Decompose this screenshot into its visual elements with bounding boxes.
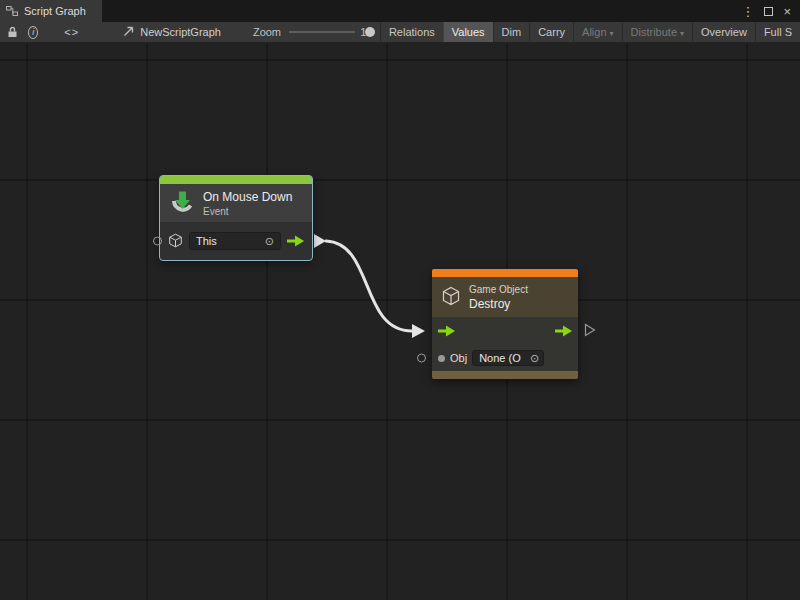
carry-button[interactable]: Carry: [529, 22, 573, 43]
chevron-down-icon: ▾: [680, 29, 684, 38]
connection-wire[interactable]: [0, 43, 800, 600]
values-button[interactable]: Values: [443, 22, 493, 43]
graph-toolbar: i <> NewScriptGraph Zoom 1x Relations Va…: [0, 22, 800, 43]
target-input-port[interactable]: [153, 237, 162, 246]
zoom-slider[interactable]: [289, 26, 355, 38]
obj-field-value: None (O: [479, 352, 521, 364]
relations-button[interactable]: Relations: [380, 22, 443, 43]
obj-field[interactable]: None (O ⊙: [472, 350, 544, 366]
window-menu-icon[interactable]: ⋮: [741, 5, 754, 18]
node-body: This ⊙: [160, 222, 312, 260]
chevron-down-icon: ▾: [610, 29, 614, 38]
node-header: Game Object Destroy: [432, 277, 578, 317]
obj-label: Obj: [450, 352, 467, 364]
maximize-icon[interactable]: [764, 7, 773, 16]
flow-input-port[interactable]: [438, 325, 455, 337]
zoom-label: Zoom: [253, 26, 281, 38]
graph-breadcrumb[interactable]: NewScriptGraph: [123, 26, 221, 39]
tab-script-graph[interactable]: Script Graph: [0, 0, 102, 22]
node-accent-strip: [160, 176, 312, 184]
graph-canvas[interactable]: On Mouse Down Event This ⊙: [0, 43, 800, 600]
graph-name: NewScriptGraph: [140, 26, 221, 38]
node-title: On Mouse Down: [203, 190, 292, 204]
node-title: Destroy: [469, 297, 528, 311]
node-footer-strip: [432, 371, 578, 379]
node-titles: On Mouse Down Event: [203, 190, 292, 217]
node-titles: Game Object Destroy: [469, 284, 528, 311]
info-icon[interactable]: i: [28, 26, 38, 39]
code-icon[interactable]: <>: [64, 22, 79, 42]
node-category: Game Object: [469, 284, 528, 295]
node-accent-strip: [432, 269, 578, 277]
zoom-slider-track: [289, 31, 355, 33]
flow-continuation-port[interactable]: [584, 323, 596, 339]
tab-title: Script Graph: [24, 5, 86, 17]
game-object-icon: [441, 286, 461, 308]
node-subtitle: Event: [203, 206, 292, 217]
script-graph-icon: [6, 5, 18, 17]
node-body: Obj None (O ⊙: [432, 317, 578, 371]
tab-bar: Script Graph ⋮ ×: [0, 0, 800, 22]
game-object-icon: [168, 233, 183, 250]
distribute-button[interactable]: Distribute ▾: [622, 22, 692, 43]
obj-input-port[interactable]: [417, 354, 426, 363]
close-icon[interactable]: ×: [783, 5, 791, 18]
node-on-mouse-down[interactable]: On Mouse Down Event This ⊙: [160, 176, 312, 260]
object-picker-icon[interactable]: ⊙: [265, 236, 274, 247]
target-field-value: This: [196, 235, 217, 247]
overview-button[interactable]: Overview: [692, 22, 755, 43]
zoom-slider-handle[interactable]: [365, 27, 375, 37]
align-button[interactable]: Align ▾: [573, 22, 621, 43]
flow-output-port[interactable]: [555, 325, 572, 337]
toolbar-buttons: Relations Values Dim Carry Align ▾ Distr…: [380, 22, 800, 43]
value-port-dot: [438, 355, 445, 362]
unity-script-graph-window: Script Graph ⋮ × i <> NewScriptGraph Zoo…: [0, 0, 800, 600]
node-destroy[interactable]: Game Object Destroy: [432, 269, 578, 379]
fullscreen-button[interactable]: Full S: [755, 22, 800, 43]
object-picker-icon[interactable]: ⊙: [530, 353, 539, 364]
node-header: On Mouse Down Event: [160, 184, 312, 222]
mouse-down-event-icon: [169, 189, 195, 217]
window-controls: ⋮ ×: [741, 0, 800, 22]
dim-button[interactable]: Dim: [493, 22, 530, 43]
pointer-icon: [123, 26, 134, 39]
distribute-label: Distribute: [631, 26, 677, 38]
align-label: Align: [582, 26, 606, 38]
lock-icon[interactable]: [6, 22, 19, 42]
target-field[interactable]: This ⊙: [189, 232, 281, 250]
flow-output-port[interactable]: [287, 235, 304, 247]
